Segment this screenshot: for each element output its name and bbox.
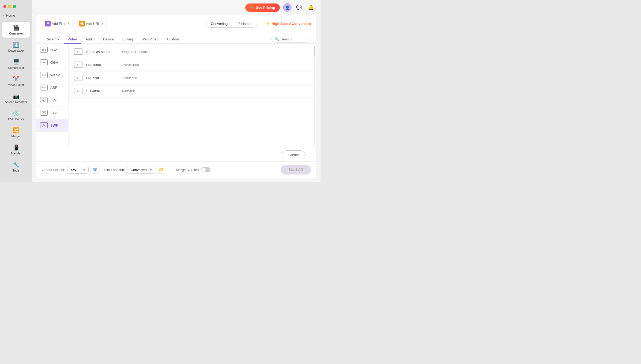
format-item-ogv[interactable]: OGV OGV	[36, 56, 68, 69]
compressor-icon: 🖥️	[13, 59, 20, 65]
tab-web-video[interactable]: Web Video	[138, 35, 162, 43]
sidebar-item-dvd-burner[interactable]: 💿 DVD Burner	[2, 107, 30, 123]
quality-video-icon-1080	[74, 62, 82, 68]
tab-video[interactable]: Video	[64, 35, 81, 43]
see-pricing-label: See Pricing	[256, 6, 275, 10]
quality-item-same-as-source[interactable]: Same as source Original Resolution	[69, 45, 313, 58]
top-bar: 🛒 See Pricing 👤 💬 🔔	[32, 0, 320, 15]
content-area: Add Files ▼ Add URL ▼	[36, 15, 316, 178]
tab-editing[interactable]: Editing	[119, 35, 137, 43]
format-icon-flv	[40, 97, 48, 103]
sidebar-item-label-dvd-burner: DVD Burner	[8, 117, 24, 121]
sidebar-item-compressor[interactable]: 🖥️ Compressor	[2, 56, 30, 72]
format-label-asf: ASF	[50, 86, 57, 90]
finished-tab[interactable]: Finished	[233, 20, 257, 27]
home-label: Home	[6, 13, 15, 17]
output-settings-button[interactable]: ⚙️	[91, 166, 99, 174]
add-files-button[interactable]: Add Files ▼	[42, 19, 73, 28]
format-item-webm[interactable]: WebM WebM	[36, 69, 68, 81]
top-bar-right: 🛒 See Pricing 👤 💬 🔔	[245, 3, 315, 12]
traffic-lights	[0, 3, 32, 12]
back-arrow-icon: ‹	[3, 14, 4, 17]
maximize-button[interactable]	[13, 5, 16, 8]
format-item-f4v[interactable]: F4V	[36, 107, 68, 119]
format-icon-ogv: OGV	[40, 59, 48, 65]
sidebar-item-screen-recorder[interactable]: 📷 Screen Recorder	[2, 90, 30, 106]
merge-all-files-row: Merge All Files	[176, 167, 210, 172]
converter-icon: 🎬	[13, 24, 20, 31]
output-format-select[interactable]: SWF	[67, 166, 89, 174]
start-all-button[interactable]: Start All	[281, 165, 311, 175]
add-url-icon	[79, 21, 85, 26]
sidebar-item-tools[interactable]: 🔧 Tools	[2, 159, 30, 175]
search-icon: 🔍	[275, 37, 279, 41]
quality-item-hd720[interactable]: HD 720P 1280*720	[69, 71, 313, 85]
high-speed-label: High Speed Conversion	[272, 22, 311, 26]
file-location-select[interactable]: Converted	[127, 166, 155, 174]
format-item-3g2[interactable]: 3G2 3G2	[36, 44, 68, 56]
sidebar-item-converter[interactable]: 🎬 Converter	[2, 22, 30, 38]
format-label-flv: FLV	[50, 98, 56, 102]
merge-toggle-switch[interactable]	[201, 167, 210, 172]
create-button[interactable]: Create	[282, 150, 306, 159]
main-content: 🛒 See Pricing 👤 💬 🔔	[32, 0, 320, 182]
folder-button[interactable]: 📁	[157, 166, 165, 174]
sidebar-item-label-screen-recorder: Screen Recorder	[5, 100, 27, 104]
format-item-swf[interactable]: SWF	[36, 119, 68, 132]
add-url-chevron-icon: ▼	[101, 22, 104, 25]
sidebar-item-downloader[interactable]: ⬇️ Downloader	[2, 39, 30, 55]
output-format-label: Output Format:	[42, 168, 65, 172]
tools-icon: 🔧	[13, 161, 20, 168]
quality-video-icon-480	[74, 88, 82, 94]
format-icon-f4v	[40, 110, 48, 116]
tab-custom[interactable]: Custom	[163, 35, 183, 43]
format-list: 3G2 3G2 OGV OGV WebM WebM	[36, 44, 69, 148]
avatar-icon[interactable]: 👤	[283, 3, 292, 12]
sidebar-item-label-downloader: Downloader	[8, 49, 24, 52]
format-item-flv[interactable]: FLV	[36, 94, 68, 107]
search-box: 🔍	[271, 36, 311, 43]
quality-item-hd1080[interactable]: HD 1080P 1920*1080	[69, 58, 313, 71]
see-pricing-button[interactable]: 🛒 See Pricing	[245, 3, 280, 12]
sidebar-item-video-editor[interactable]: ✂️ Video Editor	[2, 73, 30, 89]
converting-tab[interactable]: Converting	[205, 20, 233, 27]
toolbar: Add Files ▼ Add URL ▼	[36, 15, 316, 32]
format-icon-webm: WebM	[40, 72, 48, 78]
tab-audio[interactable]: Audio	[82, 35, 98, 43]
sidebar-item-label-video-editor: Video Editor	[8, 83, 24, 86]
format-label-ogv: OGV	[50, 60, 58, 65]
sidebar-item-label-transfer: Transfer	[11, 152, 22, 155]
notification-icon-button[interactable]: 🔔	[307, 3, 315, 12]
quality-res-same: Original Resolution	[122, 50, 152, 54]
sidebar-item-transfer[interactable]: 📱 Transfer	[2, 142, 30, 158]
format-label-3g2: 3G2	[50, 48, 57, 52]
file-location-row: File Location: Converted 📁	[104, 166, 165, 174]
home-link[interactable]: ‹ Home	[0, 12, 32, 19]
format-label-webm: WebM	[50, 73, 60, 77]
chat-icon-button[interactable]: 💬	[295, 3, 303, 12]
quality-res-480: 640*480	[122, 89, 135, 93]
quality-video-icon-same	[74, 48, 82, 55]
search-input[interactable]	[281, 37, 307, 41]
minimize-button[interactable]	[8, 5, 11, 8]
close-button[interactable]	[3, 5, 6, 8]
dvd-burner-icon: 💿	[13, 110, 20, 116]
format-tabs: Recently Video Audio Device Editing Web …	[36, 32, 316, 44]
format-icon-swf	[40, 122, 48, 128]
high-speed-button[interactable]: ⚡ High Speed Conversion	[266, 22, 311, 26]
tab-recently[interactable]: Recently	[42, 35, 63, 43]
sidebar-item-label-merger: Merger	[12, 135, 21, 138]
format-item-asf[interactable]: ASF ASF	[36, 81, 68, 94]
add-files-chevron-icon: ▼	[67, 22, 70, 25]
tab-device[interactable]: Device	[99, 35, 118, 43]
scrollbar-track[interactable]	[313, 44, 316, 148]
sidebar-item-merger[interactable]: 🔀 Merger	[2, 124, 30, 141]
sidebar: ‹ Home 🎬 Converter ⬇️ Downloader 🖥️ Comp…	[0, 0, 32, 182]
quality-item-sd480[interactable]: SD 480P 640*480	[69, 85, 313, 98]
downloader-icon: ⬇️	[13, 41, 20, 48]
quality-label-480: SD 480P	[86, 89, 118, 93]
quality-list: Same as source Original Resolution HD 10…	[69, 44, 313, 148]
quality-label-720: HD 720P	[86, 76, 118, 80]
quality-res-1080: 1920*1080	[122, 63, 139, 67]
add-url-button[interactable]: Add URL ▼	[76, 19, 107, 28]
